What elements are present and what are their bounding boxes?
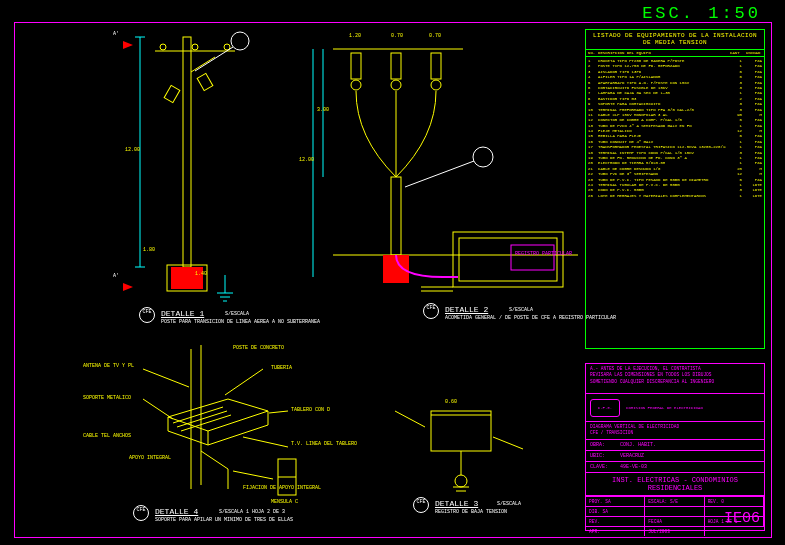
- section-mark-bot: A': [113, 273, 119, 279]
- col-no: No.: [586, 50, 596, 56]
- tb-sheet-no: IE06: [724, 510, 760, 527]
- tb-clave-val: 49E-VE-03: [620, 464, 647, 470]
- title-block: A.- ANTES DE LA EJECUCION, EL CONTRATIST…: [585, 363, 765, 531]
- detail-1: A' A' 12.00 1.40 1.80 CFE DETALLE 1 S/ES…: [85, 27, 285, 327]
- svg-line-43: [143, 369, 189, 387]
- tb-ubic-label: UBIC:: [590, 453, 620, 459]
- tb-ubic-val: VERACRUZ: [620, 453, 644, 459]
- dim-gap: 0.70: [391, 33, 403, 39]
- svg-point-26: [391, 80, 401, 90]
- d4-lab-l: FIJACION DE APOYO INTEGRAL: [243, 485, 321, 491]
- svg-rect-7: [164, 85, 180, 102]
- detail-3-scale: S/ESCALA: [497, 501, 521, 507]
- svg-marker-18: [123, 283, 133, 291]
- tb-obra: OBRA: CONJ. HABIT.: [586, 440, 764, 451]
- svg-rect-35: [453, 232, 563, 287]
- tb-l0: PROY. SA: [586, 496, 645, 506]
- svg-line-57: [395, 411, 425, 427]
- svg-rect-22: [351, 53, 361, 79]
- detail-1-title: DETALLE 1: [161, 309, 204, 318]
- tb-l3: APR.: [586, 526, 645, 536]
- d4-lab-a: ANTENA DE TV Y PL: [83, 363, 134, 369]
- col-q: CANT: [728, 50, 744, 56]
- equipment-list: LISTADO DE EQUIPAMIENTO DE LA INSTALACIO…: [585, 29, 765, 349]
- detail-4-tag: CFE: [133, 505, 149, 521]
- svg-line-58: [493, 437, 523, 449]
- d4-lab-k: APOYO INTEGRAL: [129, 455, 171, 461]
- dim-h-total2: 12.00: [299, 157, 314, 163]
- tb-l1: DIB. SA: [586, 506, 645, 516]
- svg-line-46: [269, 411, 288, 413]
- d4-lab-i: T.V. LINEA DEL TABLERO: [291, 441, 357, 447]
- detail-1-tag: CFE: [139, 307, 155, 323]
- detail-2-tag: CFE: [423, 303, 439, 319]
- section-mark-top: A': [113, 31, 119, 37]
- svg-line-30: [405, 161, 474, 187]
- dim-h-total: 12.00: [125, 147, 140, 153]
- tb-project: DIAGRAMA VERTICAL DE ELECTRICIDAD CFE / …: [586, 422, 764, 440]
- detail-1-scale: S/ESCALA: [225, 311, 249, 317]
- drawing-sheet-border: A' A' 12.00 1.40 1.80 CFE DETALLE 1 S/ES…: [14, 22, 772, 538]
- tb-m0: ESCALA: S/E: [645, 496, 704, 506]
- detail-3-desc: REGISTRO DE BAJA TENSION: [435, 509, 507, 515]
- detail-2-scale: S/ESCALA: [509, 307, 533, 313]
- tb-logo-mark: C.F.E.: [590, 399, 620, 417]
- tb-m3: JUL/2003: [645, 526, 704, 536]
- dim-h-upper: 3.00: [317, 107, 329, 113]
- d4-lab-h: TABLERO CON D: [291, 407, 330, 413]
- detail-2-title: DETALLE 2: [445, 305, 488, 314]
- svg-point-2: [160, 44, 166, 50]
- svg-line-47: [243, 437, 288, 447]
- svg-point-3: [192, 44, 198, 50]
- d4-lab-j: MENSULA C: [271, 499, 298, 505]
- equipment-col-headers: No. DESCRIPCION DEL EQUIPO CANT UNIDAD: [586, 50, 764, 57]
- d4-lab-g: CABLE TEL ANCHOS: [83, 433, 131, 439]
- tb-notes: A.- ANTES DE LA EJECUCION, EL CONTRATIST…: [586, 364, 764, 394]
- tb-plano: INST. ELECTRICAS - CONDOMINIOS RESIDENCI…: [586, 473, 764, 496]
- svg-rect-23: [391, 53, 401, 79]
- svg-rect-36: [459, 238, 557, 281]
- equipment-row: 26LOTE DE HERRAJES Y MATERIALES COMPLEME…: [586, 194, 764, 199]
- svg-point-19: [231, 32, 249, 50]
- detail-3: 0.60 CFE DETALLE 3 S/ESCALA REGISTRO DE …: [385, 393, 535, 523]
- svg-point-54: [455, 475, 467, 487]
- detail-2-svg: [293, 27, 583, 327]
- tb-obra-val: CONJ. HABIT.: [620, 442, 656, 448]
- tb-obra-label: OBRA:: [590, 442, 620, 448]
- tb-proj-1: CFE / TRANSICION: [590, 430, 760, 436]
- dim-h-set: 1.80: [143, 247, 155, 253]
- detail-4-scale: S/ESCALA 1 HOJA 2 DE 3: [219, 509, 285, 515]
- detail-1-svg: [85, 27, 285, 327]
- svg-rect-6: [197, 73, 213, 90]
- svg-line-44: [143, 399, 173, 419]
- detail-3-title: DETALLE 3: [435, 499, 478, 508]
- svg-rect-24: [431, 53, 441, 79]
- detail-3-tag: CFE: [413, 497, 429, 513]
- col-desc: DESCRIPCION DEL EQUIPO: [596, 50, 728, 56]
- svg-rect-0: [183, 37, 191, 267]
- svg-rect-51: [431, 411, 491, 451]
- detail-2: 1.20 0.70 0.70 12.00 3.00 REGISTRO PARTI…: [293, 27, 583, 327]
- tb-company-sub: COMISION FEDERAL DE ELECTRICIDAD: [626, 406, 703, 410]
- dim-h-below: 1.40: [195, 271, 207, 277]
- dim-span1: 1.20: [349, 33, 361, 39]
- svg-rect-28: [391, 177, 401, 255]
- tb-logo-row: C.F.E. COMISION FEDERAL DE ELECTRICIDAD: [586, 394, 764, 422]
- tb-l2: REV.: [586, 516, 645, 526]
- detail-4: ANTENA DE TV Y PL SOPORTE METALICO CABLE…: [73, 339, 353, 529]
- svg-point-25: [351, 80, 361, 90]
- tb-r3: [705, 526, 764, 536]
- d4-lab-c: SOPORTE METALICO: [83, 395, 131, 401]
- equipment-rows: 1CRUCETA TIPO PT200 DE MADERA P/POSTE1PZ…: [586, 57, 764, 201]
- dim-span2: 0.70: [429, 33, 441, 39]
- d3-dim-w: 0.60: [445, 399, 457, 405]
- d4-lab-d: TUBERIA: [271, 365, 292, 371]
- svg-line-48: [233, 471, 273, 479]
- svg-point-29: [473, 147, 493, 167]
- detail-4-desc: SOPORTE PARA APILAR UN MINIMO DE TRES DE…: [155, 517, 293, 523]
- svg-line-5: [191, 57, 215, 72]
- equipment-header: LISTADO DE EQUIPAMIENTO DE LA INSTALACIO…: [586, 30, 764, 50]
- detail-4-title: DETALLE 4: [155, 507, 198, 516]
- d4-lab-b: POSTE DE CONCRETO: [233, 345, 284, 351]
- tb-m2: FECHA: [645, 516, 704, 526]
